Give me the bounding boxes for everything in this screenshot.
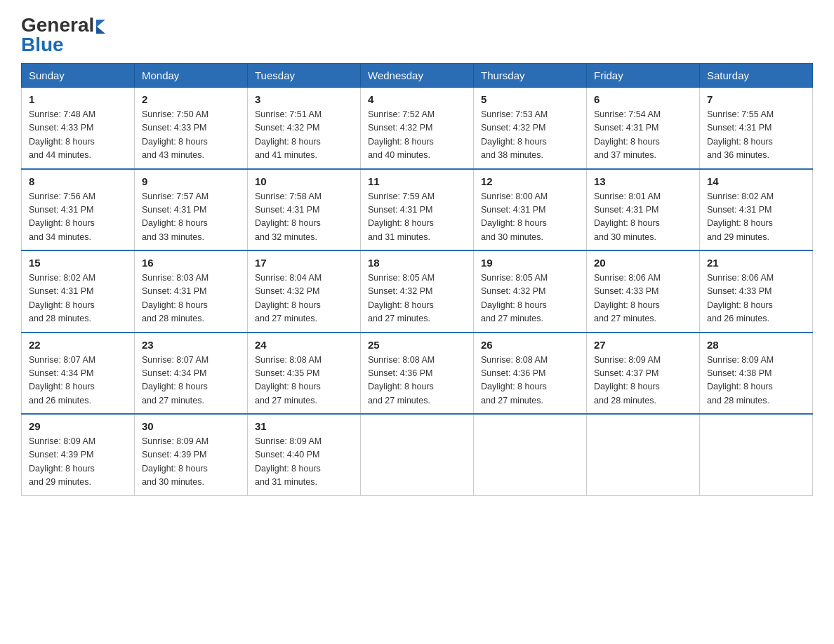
day-cell: 10 Sunrise: 7:58 AMSunset: 4:31 PMDaylig… <box>248 169 361 251</box>
header-thursday: Thursday <box>474 64 587 88</box>
day-number: 25 <box>368 339 466 351</box>
day-info: Sunrise: 8:09 AMSunset: 4:39 PMDaylight:… <box>142 435 240 490</box>
day-cell <box>474 414 587 495</box>
day-cell: 30 Sunrise: 8:09 AMSunset: 4:39 PMDaylig… <box>135 414 248 495</box>
day-number: 4 <box>368 93 466 105</box>
header-sunday: Sunday <box>22 64 135 88</box>
day-number: 22 <box>29 339 127 351</box>
week-row-2: 8 Sunrise: 7:56 AMSunset: 4:31 PMDayligh… <box>22 169 813 251</box>
header-wednesday: Wednesday <box>361 64 474 88</box>
day-cell: 2 Sunrise: 7:50 AMSunset: 4:33 PMDayligh… <box>135 88 248 169</box>
day-info: Sunrise: 7:57 AMSunset: 4:31 PMDaylight:… <box>142 190 240 245</box>
day-cell: 8 Sunrise: 7:56 AMSunset: 4:31 PMDayligh… <box>22 169 135 251</box>
day-info: Sunrise: 7:58 AMSunset: 4:31 PMDaylight:… <box>255 190 353 245</box>
day-info: Sunrise: 8:02 AMSunset: 4:31 PMDaylight:… <box>29 271 127 326</box>
day-info: Sunrise: 7:48 AMSunset: 4:33 PMDaylight:… <box>29 108 127 163</box>
week-row-1: 1 Sunrise: 7:48 AMSunset: 4:33 PMDayligh… <box>22 88 813 169</box>
day-cell: 3 Sunrise: 7:51 AMSunset: 4:32 PMDayligh… <box>248 88 361 169</box>
day-number: 15 <box>29 257 127 269</box>
day-info: Sunrise: 7:52 AMSunset: 4:32 PMDaylight:… <box>368 108 466 163</box>
header-friday: Friday <box>587 64 700 88</box>
day-cell: 14 Sunrise: 8:02 AMSunset: 4:31 PMDaylig… <box>700 169 813 251</box>
day-info: Sunrise: 8:07 AMSunset: 4:34 PMDaylight:… <box>29 354 127 408</box>
day-info: Sunrise: 8:08 AMSunset: 4:36 PMDaylight:… <box>481 354 579 408</box>
day-number: 11 <box>368 175 466 187</box>
day-cell: 26 Sunrise: 8:08 AMSunset: 4:36 PMDaylig… <box>474 333 587 415</box>
day-info: Sunrise: 7:53 AMSunset: 4:32 PMDaylight:… <box>481 108 579 163</box>
day-number: 7 <box>707 93 805 105</box>
day-number: 31 <box>255 420 353 432</box>
day-info: Sunrise: 8:02 AMSunset: 4:31 PMDaylight:… <box>707 190 805 245</box>
day-info: Sunrise: 8:08 AMSunset: 4:36 PMDaylight:… <box>368 354 466 408</box>
day-number: 23 <box>142 339 240 351</box>
day-info: Sunrise: 8:06 AMSunset: 4:33 PMDaylight:… <box>707 271 805 326</box>
day-cell: 5 Sunrise: 7:53 AMSunset: 4:32 PMDayligh… <box>474 88 587 169</box>
day-info: Sunrise: 7:55 AMSunset: 4:31 PMDaylight:… <box>707 108 805 163</box>
day-cell: 16 Sunrise: 8:03 AMSunset: 4:31 PMDaylig… <box>135 250 248 333</box>
header-tuesday: Tuesday <box>248 64 361 88</box>
day-cell: 17 Sunrise: 8:04 AMSunset: 4:32 PMDaylig… <box>248 250 361 333</box>
day-number: 20 <box>594 257 692 269</box>
day-number: 21 <box>707 257 805 269</box>
day-number: 5 <box>481 93 579 105</box>
day-number: 18 <box>368 257 466 269</box>
header-row: SundayMondayTuesdayWednesdayThursdayFrid… <box>22 64 813 88</box>
day-number: 19 <box>481 257 579 269</box>
calendar-table: SundayMondayTuesdayWednesdayThursdayFrid… <box>21 63 813 496</box>
week-row-5: 29 Sunrise: 8:09 AMSunset: 4:39 PMDaylig… <box>22 414 813 495</box>
day-info: Sunrise: 8:09 AMSunset: 4:40 PMDaylight:… <box>255 435 353 490</box>
day-cell <box>361 414 474 495</box>
day-cell: 13 Sunrise: 8:01 AMSunset: 4:31 PMDaylig… <box>587 169 700 251</box>
day-number: 26 <box>481 339 579 351</box>
day-cell: 20 Sunrise: 8:06 AMSunset: 4:33 PMDaylig… <box>587 250 700 333</box>
day-cell <box>587 414 700 495</box>
day-cell: 12 Sunrise: 8:00 AMSunset: 4:31 PMDaylig… <box>474 169 587 251</box>
day-info: Sunrise: 8:09 AMSunset: 4:38 PMDaylight:… <box>707 354 805 408</box>
header-monday: Monday <box>135 64 248 88</box>
day-info: Sunrise: 8:00 AMSunset: 4:31 PMDaylight:… <box>481 190 579 245</box>
day-cell: 24 Sunrise: 8:08 AMSunset: 4:35 PMDaylig… <box>248 333 361 415</box>
day-info: Sunrise: 7:56 AMSunset: 4:31 PMDaylight:… <box>29 190 127 245</box>
day-number: 3 <box>255 93 353 105</box>
day-number: 24 <box>255 339 353 351</box>
day-cell: 31 Sunrise: 8:09 AMSunset: 4:40 PMDaylig… <box>248 414 361 495</box>
day-number: 30 <box>142 420 240 432</box>
day-number: 8 <box>29 175 127 187</box>
day-number: 10 <box>255 175 353 187</box>
day-cell: 29 Sunrise: 8:09 AMSunset: 4:39 PMDaylig… <box>22 414 135 495</box>
day-number: 17 <box>255 257 353 269</box>
day-number: 16 <box>142 257 240 269</box>
day-info: Sunrise: 8:05 AMSunset: 4:32 PMDaylight:… <box>368 271 466 326</box>
day-cell: 11 Sunrise: 7:59 AMSunset: 4:31 PMDaylig… <box>361 169 474 251</box>
logo-blue: Blue <box>21 34 64 56</box>
logo: General Blue <box>21 14 105 56</box>
day-cell <box>700 414 813 495</box>
day-cell: 7 Sunrise: 7:55 AMSunset: 4:31 PMDayligh… <box>700 88 813 169</box>
day-cell: 22 Sunrise: 8:07 AMSunset: 4:34 PMDaylig… <box>22 333 135 415</box>
day-info: Sunrise: 8:09 AMSunset: 4:37 PMDaylight:… <box>594 354 692 408</box>
day-number: 13 <box>594 175 692 187</box>
day-info: Sunrise: 8:03 AMSunset: 4:31 PMDaylight:… <box>142 271 240 326</box>
day-info: Sunrise: 8:04 AMSunset: 4:32 PMDaylight:… <box>255 271 353 326</box>
day-number: 28 <box>707 339 805 351</box>
week-row-4: 22 Sunrise: 8:07 AMSunset: 4:34 PMDaylig… <box>22 333 813 415</box>
header-saturday: Saturday <box>700 64 813 88</box>
day-cell: 1 Sunrise: 7:48 AMSunset: 4:33 PMDayligh… <box>22 88 135 169</box>
week-row-3: 15 Sunrise: 8:02 AMSunset: 4:31 PMDaylig… <box>22 250 813 333</box>
page-header: General Blue <box>21 14 813 56</box>
day-cell: 19 Sunrise: 8:05 AMSunset: 4:32 PMDaylig… <box>474 250 587 333</box>
day-cell: 27 Sunrise: 8:09 AMSunset: 4:37 PMDaylig… <box>587 333 700 415</box>
day-number: 9 <box>142 175 240 187</box>
day-cell: 15 Sunrise: 8:02 AMSunset: 4:31 PMDaylig… <box>22 250 135 333</box>
day-info: Sunrise: 7:51 AMSunset: 4:32 PMDaylight:… <box>255 108 353 163</box>
day-cell: 4 Sunrise: 7:52 AMSunset: 4:32 PMDayligh… <box>361 88 474 169</box>
day-info: Sunrise: 8:09 AMSunset: 4:39 PMDaylight:… <box>29 435 127 490</box>
day-number: 2 <box>142 93 240 105</box>
day-info: Sunrise: 8:06 AMSunset: 4:33 PMDaylight:… <box>594 271 692 326</box>
day-info: Sunrise: 7:59 AMSunset: 4:31 PMDaylight:… <box>368 190 466 245</box>
day-number: 29 <box>29 420 127 432</box>
day-cell: 9 Sunrise: 7:57 AMSunset: 4:31 PMDayligh… <box>135 169 248 251</box>
day-cell: 18 Sunrise: 8:05 AMSunset: 4:32 PMDaylig… <box>361 250 474 333</box>
day-cell: 6 Sunrise: 7:54 AMSunset: 4:31 PMDayligh… <box>587 88 700 169</box>
day-number: 27 <box>594 339 692 351</box>
